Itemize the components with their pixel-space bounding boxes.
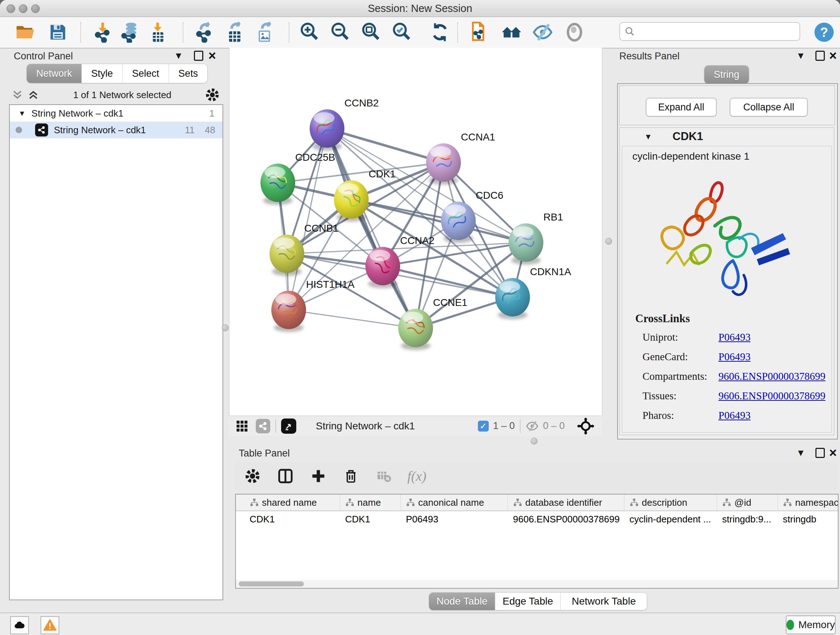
network-node-ccna1[interactable]: CCNA1 — [426, 131, 495, 185]
table-panel-float-icon[interactable] — [815, 448, 825, 458]
table-column-header[interactable]: name — [340, 494, 401, 510]
table-column-header[interactable]: canonical name — [401, 494, 508, 510]
search-input[interactable] — [635, 26, 792, 38]
cloud-status-button[interactable] — [10, 616, 29, 634]
import-network-file-icon[interactable] — [92, 21, 115, 44]
table-gear-icon[interactable] — [245, 468, 261, 484]
bottom-splitter-handle[interactable] — [531, 438, 538, 445]
table-cell[interactable]: cyclin-dependent ... — [624, 511, 717, 527]
tab-string[interactable]: String — [704, 65, 749, 84]
save-session-icon[interactable] — [46, 21, 69, 44]
results-panel-float-icon[interactable] — [815, 51, 825, 61]
table-column-header[interactable]: shared name — [245, 494, 340, 510]
gene-collapse-icon[interactable]: ▼ — [644, 132, 652, 141]
left-splitter-handle[interactable] — [222, 325, 229, 331]
network-node-ccnb2[interactable]: CCNB2 — [309, 97, 379, 150]
table-row[interactable]: CDK1CDK1P064939606.ENSP00000378699cyclin… — [236, 511, 838, 527]
memory-button[interactable]: Memory — [786, 616, 836, 634]
table-h-scrollbar[interactable] — [236, 580, 838, 588]
export-network-icon[interactable] — [193, 21, 216, 44]
tab-node-table[interactable]: Node Table — [429, 593, 495, 610]
network-options-gear-icon[interactable] — [205, 88, 219, 102]
network-canvas[interactable]: CCNB2CCNA1CDC25BCDK1CDC6RB1CCNB1CCNA2CDK… — [229, 48, 602, 416]
table-cell[interactable]: CDK1 — [340, 511, 401, 527]
search-field[interactable] — [619, 22, 800, 41]
table-cell[interactable]: CDK1 — [245, 511, 340, 527]
table-panel-menu-icon[interactable]: ▾ — [798, 447, 804, 458]
warning-button[interactable] — [41, 616, 59, 634]
tab-sets[interactable]: Sets — [169, 64, 207, 83]
export-image-icon[interactable] — [253, 21, 276, 44]
crosslink-link[interactable]: 9606.ENSP00000378699 — [718, 390, 826, 402]
create-column-plus-icon[interactable] — [310, 468, 326, 484]
zoom-selected-icon[interactable] — [390, 21, 413, 44]
control-panel-float-icon[interactable] — [194, 51, 203, 61]
zoom-out-icon[interactable] — [328, 21, 352, 44]
table-column-header[interactable]: database identifier — [508, 494, 624, 510]
right-splitter-handle[interactable] — [605, 238, 612, 245]
table-cell[interactable]: P06493 — [401, 511, 508, 527]
table-column-header[interactable]: description — [624, 494, 717, 510]
collapse-all-icon[interactable] — [11, 89, 24, 101]
table-cell[interactable]: 9606.ENSP00000378699 — [508, 511, 624, 527]
birdseye-view-icon[interactable] — [281, 418, 296, 434]
network-edge[interactable] — [327, 128, 444, 163]
grid-view-icon[interactable] — [235, 420, 248, 432]
table-panel-close-icon[interactable]: × — [829, 448, 837, 458]
control-panel-menu-icon[interactable]: ▾ — [176, 50, 181, 61]
table-cell[interactable]: stringdb — [778, 511, 838, 527]
crosslink-link[interactable]: P06493 — [718, 409, 751, 421]
network-edge[interactable] — [289, 310, 416, 328]
fit-selected-crosshair-icon[interactable] — [577, 417, 594, 435]
tab-edge-table[interactable]: Edge Table — [495, 593, 561, 610]
export-table-icon[interactable] — [224, 21, 247, 44]
network-node-ccnb1[interactable]: CCNB1 — [270, 223, 339, 276]
table-column-header[interactable]: namespace — [778, 494, 838, 510]
import-table-icon[interactable] — [147, 21, 170, 44]
show-columns-icon[interactable] — [277, 468, 294, 485]
results-panel-close-icon[interactable]: × — [829, 51, 837, 61]
open-session-file-icon[interactable] — [467, 21, 491, 44]
collapse-all-button[interactable]: Collapse All — [729, 98, 808, 117]
network-graph[interactable]: CCNB2CCNA1CDC25BCDK1CDC6RB1CCNB1CCNA2CDK… — [229, 48, 602, 416]
tab-network[interactable]: Network — [27, 64, 82, 83]
network-collection-row[interactable]: ▼ String Network – cdk1 1 — [10, 105, 223, 122]
import-network-database-icon[interactable] — [118, 21, 142, 44]
network-edge[interactable] — [327, 128, 416, 328]
tree-expand-icon[interactable]: ▼ — [19, 109, 26, 118]
scrollbar-thumb[interactable] — [239, 581, 304, 586]
tab-network-table[interactable]: Network Table — [561, 593, 647, 610]
results-panel-title: Results Panel — [619, 51, 680, 62]
delete-column-trash-icon[interactable] — [343, 468, 359, 484]
expand-all-icon[interactable] — [27, 89, 39, 101]
refresh-icon[interactable] — [428, 21, 452, 44]
network-node-cdkn1a[interactable]: CDKN1A — [495, 266, 571, 319]
network-node-hist1h1a[interactable]: HIST1H1A — [271, 279, 355, 332]
table-cell[interactable]: stringdb:9... — [717, 511, 778, 527]
zoom-in-icon[interactable] — [298, 21, 321, 44]
tab-select[interactable]: Select — [123, 64, 169, 83]
zoom-fit-icon[interactable] — [359, 21, 382, 44]
selected-nodes-checkbox[interactable]: ✓ — [478, 421, 489, 432]
results-panel-menu-icon[interactable]: ▾ — [798, 50, 804, 61]
crosslink-link[interactable]: 9606.ENSP00000378699 — [718, 371, 826, 382]
home-icon[interactable] — [500, 21, 523, 44]
show-eye-icon[interactable] — [563, 21, 586, 44]
tab-style[interactable]: Style — [82, 64, 123, 83]
crosslink-link[interactable]: P06493 — [718, 331, 751, 343]
hide-eye-icon[interactable] — [531, 21, 554, 44]
open-folder-icon[interactable] — [14, 21, 37, 44]
help-icon[interactable]: ? — [813, 21, 836, 44]
network-share-view-icon[interactable] — [256, 419, 270, 433]
network-node-cdc25b[interactable]: CDC25B — [261, 152, 335, 205]
control-panel-close-icon[interactable]: × — [208, 51, 216, 61]
network-edge[interactable] — [351, 200, 526, 242]
hidden-eye-slash-icon[interactable] — [526, 420, 538, 432]
crosslink-link[interactable]: P06493 — [718, 351, 751, 363]
table-column-header[interactable]: @id — [717, 494, 778, 510]
expand-all-button[interactable]: Expand All — [646, 98, 717, 117]
function-builder-icon: f(x) — [407, 468, 426, 484]
network-node-rb1[interactable]: RB1 — [508, 211, 563, 264]
network-row-selected[interactable]: String Network – cdk1 11 48 — [10, 122, 223, 138]
node-label-cdk1: CDK1 — [369, 168, 396, 180]
